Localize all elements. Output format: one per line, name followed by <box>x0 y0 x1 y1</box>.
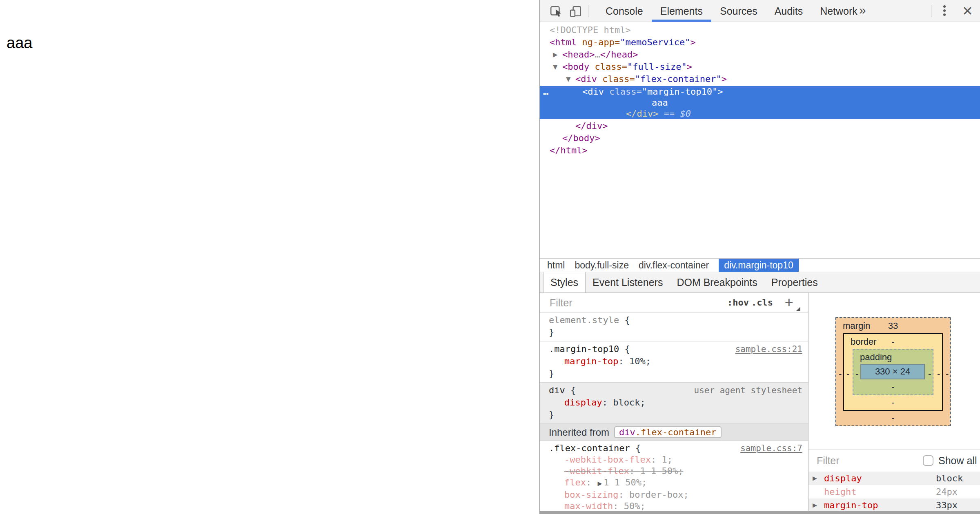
stylesheet-link[interactable]: sample.css:21 <box>735 343 802 355</box>
padding-right-value[interactable]: - <box>928 369 931 379</box>
margin-right-value[interactable]: - <box>946 369 949 379</box>
property-value[interactable]: border-box <box>629 490 683 500</box>
css-declaration[interactable]: -webkit-flex: 1 1 50%; <box>540 465 808 477</box>
box-model-content[interactable]: 330 × 24 <box>860 364 925 379</box>
css-selector[interactable]: .flex-container <box>549 443 630 453</box>
computed-property-row[interactable]: ▶margin-top33px <box>808 498 980 512</box>
device-toolbar-icon[interactable] <box>569 5 582 18</box>
css-declaration[interactable]: display: block; <box>540 397 808 409</box>
toggle-element-classes-button[interactable]: .cls <box>751 297 773 308</box>
stylesheet-link[interactable]: sample.css:7 <box>740 443 802 454</box>
box-model-margin[interactable]: margin 33 - - - border - - - - padding -… <box>835 317 951 426</box>
border-top-value[interactable]: - <box>844 337 942 347</box>
devtools-tab-network[interactable]: Network <box>811 0 866 22</box>
stylesheet-link[interactable]: user agent stylesheet <box>694 384 802 397</box>
inspect-element-icon[interactable] <box>550 5 563 18</box>
computed-property-row[interactable]: ▶displayblock <box>808 472 980 485</box>
devtools-tab-elements[interactable]: Elements <box>652 0 711 22</box>
code-token: "margin-top10" <box>642 86 717 97</box>
sidebar-tab-styles[interactable]: Styles <box>543 272 586 292</box>
dom-tree-node[interactable]: ▼<div class="flex-container"> <box>540 73 980 85</box>
computed-filter-row: Filter Show all <box>808 450 980 471</box>
devtools-tab-sources[interactable]: Sources <box>711 0 766 22</box>
devtools-tab-audits[interactable]: Audits <box>766 0 811 22</box>
more-tabs-chevron-icon[interactable]: » <box>859 3 866 17</box>
property-value[interactable]: 50% <box>624 501 640 511</box>
expand-arrow-icon[interactable]: ▶ <box>553 49 558 61</box>
close-devtools-icon[interactable]: ✕ <box>962 3 973 19</box>
box-model-padding[interactable]: padding - - - - 330 × 24 <box>853 349 933 395</box>
css-selector[interactable]: element.style <box>549 315 619 325</box>
margin-bottom-value[interactable]: - <box>836 413 950 423</box>
border-left-value[interactable]: - <box>846 369 849 379</box>
expand-arrow-icon[interactable]: ▶ <box>597 480 604 487</box>
padding-bottom-value[interactable]: - <box>853 382 933 392</box>
show-all-checkbox[interactable] <box>923 455 933 466</box>
devtools-tab-console[interactable]: Console <box>597 0 652 22</box>
computed-property-name: height <box>824 485 856 498</box>
kebab-menu-icon[interactable] <box>943 5 946 18</box>
expand-arrow-icon[interactable]: ▶ <box>813 498 817 512</box>
node-overflow-icon[interactable]: … <box>543 86 549 97</box>
property-name[interactable]: margin-top <box>564 356 618 366</box>
padding-top-value[interactable]: - <box>886 352 889 363</box>
computed-filter-input[interactable]: Filter <box>817 455 840 467</box>
property-value[interactable]: 1 <box>662 454 667 465</box>
css-selector[interactable]: div <box>549 385 565 395</box>
property-name[interactable]: flex <box>564 477 586 487</box>
dom-tree-node[interactable]: </body> <box>540 132 980 144</box>
css-declaration[interactable]: -webkit-box-flex: 1; <box>540 454 808 465</box>
inherited-badge[interactable]: div.flex-container <box>614 426 721 438</box>
property-name[interactable]: max-width <box>564 501 613 511</box>
code-token: $0 <box>680 109 691 119</box>
property-value[interactable]: block <box>613 397 640 408</box>
breadcrumb-item-html[interactable]: html <box>547 259 565 272</box>
box-model-border[interactable]: border - - - - padding - - - - 330 × 24 <box>843 333 943 411</box>
dom-tree-node[interactable]: <html ng-app="memoService"> <box>540 36 980 49</box>
computed-property-row[interactable]: height24px <box>808 485 980 498</box>
dom-tree-node[interactable]: </html> <box>540 144 980 157</box>
sidebar-tab-properties[interactable]: Properties <box>764 272 825 292</box>
property-value[interactable]: 1 1 50% <box>604 477 641 487</box>
code-token: </body> <box>562 133 600 143</box>
property-name[interactable]: box-sizing <box>564 490 618 500</box>
css-declaration[interactable]: max-width: 50%; <box>540 501 808 511</box>
dom-tree-node[interactable]: </div> <box>540 120 980 132</box>
new-rule-corner-icon[interactable] <box>796 307 800 311</box>
breadcrumb-item-body-full-size[interactable]: body.full-size <box>575 259 629 272</box>
css-selector[interactable]: .margin-top10 <box>549 344 619 354</box>
sidebar-tab-event-listeners[interactable]: Event Listeners <box>586 272 670 292</box>
css-declaration[interactable]: box-sizing: border-box; <box>540 489 808 501</box>
css-declaration[interactable]: margin-top: 10%; <box>540 355 808 368</box>
toggle-pseudo-state-button[interactable]: :hov <box>727 297 749 308</box>
margin-left-value[interactable]: - <box>839 369 842 379</box>
computed-property-value: 33px <box>936 498 958 512</box>
property-value[interactable]: 10% <box>629 356 646 366</box>
new-style-rule-button[interactable]: + <box>785 294 793 310</box>
property-name[interactable]: -webkit-flex <box>564 466 629 476</box>
breadcrumb-item-div-margin-top10[interactable]: div.margin-top10 <box>719 259 799 272</box>
css-declaration[interactable]: flex: ▶1 1 50%; <box>540 477 808 489</box>
code-token: div <box>619 427 635 437</box>
border-bottom-value[interactable]: - <box>844 397 942 408</box>
sidebar-tab-dom-breakpoints[interactable]: DOM Breakpoints <box>670 272 764 292</box>
property-name[interactable]: display <box>564 397 602 408</box>
code-token: class= <box>589 62 627 72</box>
styles-filter-input[interactable]: Filter <box>550 297 572 309</box>
dom-tree-node[interactable]: aaa <box>540 97 980 108</box>
dom-tree-node[interactable]: <!DOCTYPE html> <box>540 24 980 36</box>
breadcrumb-item-div-flex-container[interactable]: div.flex-container <box>639 259 709 272</box>
dom-tree-node[interactable]: …<div class="margin-top10"> <box>540 86 980 97</box>
padding-left-value[interactable]: - <box>855 369 858 379</box>
margin-top-value[interactable]: 33 <box>836 321 950 331</box>
dom-tree-node[interactable]: ▼<body class="full-size"> <box>540 61 980 73</box>
property-value[interactable]: 1 1 50% <box>640 466 678 476</box>
inherited-from-header: Inherited fromdiv.flex-container <box>540 424 808 441</box>
expand-arrow-icon[interactable]: ▼ <box>553 61 558 73</box>
expand-arrow-icon[interactable]: ▼ <box>566 73 571 85</box>
border-right-value[interactable]: - <box>937 369 940 379</box>
dom-tree-node[interactable]: </div> == $0 <box>540 108 980 119</box>
dom-tree-node[interactable]: ▶<head>…</head> <box>540 49 980 61</box>
expand-arrow-icon[interactable]: ▶ <box>813 472 817 485</box>
property-name[interactable]: -webkit-box-flex <box>564 454 651 465</box>
